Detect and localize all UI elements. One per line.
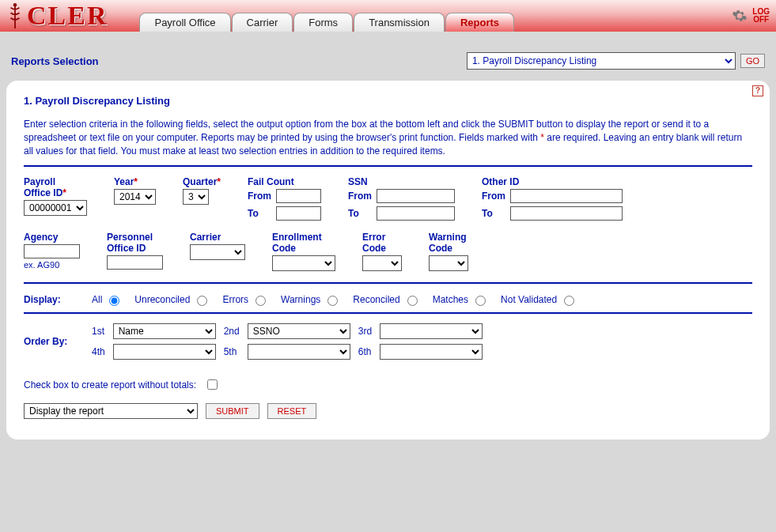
label-payroll-office-id: Payroll Office ID* [24,176,87,198]
display-opt-matches[interactable]: Matches [433,293,488,306]
tab-payroll-office[interactable]: Payroll Office [139,13,230,32]
caduceus-icon [6,2,24,29]
field-other-id: Other ID From To [482,176,623,221]
help-icon[interactable]: ? [752,85,763,96]
label-other-id: Other ID [482,176,623,187]
field-agency: Agency ex. AG90 [24,232,80,270]
warning-code-select[interactable] [429,255,468,271]
display-radio-warnings[interactable] [327,296,338,306]
reset-button[interactable]: RESET [267,403,317,419]
app-header: CLER Payroll Office Carrier Forms Transm… [0,0,776,32]
divider-mid1 [24,282,752,284]
display-radio-not-validated[interactable] [564,296,574,306]
orderby-3rd-label: 3rd [358,326,372,337]
display-row: Display: All Unreconciled Errors Warning… [24,293,752,306]
error-code-select[interactable] [362,255,402,271]
orderby-6th-label: 6th [358,346,372,357]
field-ssn: SSN From To [348,176,455,221]
fail-count-from-input[interactable] [276,189,321,203]
other-id-from-label: From [482,191,505,202]
orderby-2nd-select[interactable]: SSNO [248,323,350,339]
personnel-office-id-input[interactable] [107,255,163,270]
field-carrier: Carrier [190,232,245,260]
action-row: Display the report SUBMIT RESET [24,403,752,419]
logoff-line2: OFF [752,16,770,24]
criteria-row-1: Payroll Office ID* 00000001 Year* 2014 Q… [24,176,752,221]
orderby-3rd-select[interactable] [380,323,483,339]
label-enrollment-code: Enrollment Code [272,232,335,254]
quarter-select[interactable]: 3 [183,189,209,205]
ssn-to-input[interactable] [377,206,455,221]
logoff-button[interactable]: LOG OFF [752,8,770,24]
label-fail-count: Fail Count [248,176,321,187]
orderby-4th-label: 4th [92,346,105,357]
display-radio-errors[interactable] [256,296,266,306]
agency-hint: ex. AG90 [24,260,80,270]
page-title: Reports Selection [11,55,99,67]
label-warning-code: Warning Code [429,232,468,254]
ssn-from-input[interactable] [377,189,455,203]
criteria-row-2: Agency ex. AG90 Personnel Office ID Carr… [24,232,752,271]
enrollment-code-select[interactable] [272,255,335,271]
orderby-5th-label: 5th [224,346,240,357]
display-opt-reconciled[interactable]: Reconciled [353,293,419,306]
svg-point-0 [13,3,17,6]
orderby-1st-select[interactable]: Name [113,323,216,339]
ssn-from-label: From [348,191,372,202]
fail-count-to-input[interactable] [276,206,321,221]
fail-count-from-label: From [248,191,271,202]
totals-label: Check box to create report without total… [24,379,196,391]
year-select[interactable]: 2014 [114,189,156,205]
field-payroll-office-id: Payroll Office ID* 00000001 [24,176,87,216]
display-opt-errors[interactable]: Errors [222,293,268,306]
field-error-code: Error Code [362,232,402,271]
other-id-to-input[interactable] [510,206,623,221]
orderby-1st-label: 1st [92,326,105,337]
orderby-2nd-label: 2nd [224,326,240,337]
field-year: Year* 2014 [114,176,156,205]
logo-text: CLER [27,1,108,31]
display-opt-unreconciled[interactable]: Unreconciled [134,293,210,306]
ssn-to-label: To [348,208,372,219]
subheader: Reports Selection 1. Payroll Discrepancy… [0,32,776,81]
tab-transmission[interactable]: Transmission [354,13,445,32]
main-tabs: Payroll Office Carrier Forms Transmissio… [139,13,514,32]
other-id-from-input[interactable] [510,189,623,203]
totals-checkbox[interactable] [207,379,218,390]
go-button[interactable]: GO [740,54,765,68]
orderby-5th-select[interactable] [248,344,350,360]
carrier-select[interactable] [190,244,245,260]
display-label: Display: [24,294,79,305]
logoff-area: LOG OFF [732,8,770,24]
report-panel: ? 1. Payroll Discrepancy Listing Enter s… [6,81,770,440]
gear-icon[interactable] [732,8,748,24]
display-opt-not-validated[interactable]: Not Validated [501,293,577,306]
orderby-4th-select[interactable] [113,344,216,360]
output-option-select[interactable]: Display the report [24,403,198,419]
tab-forms[interactable]: Forms [293,13,353,32]
field-warning-code: Warning Code [429,232,468,271]
label-ssn: SSN [348,176,455,187]
divider-top [24,165,752,167]
display-radio-matches[interactable] [475,296,486,306]
orderby-row: Order By: 1st Name 2nd SSNO 3rd 4th 5th … [24,323,752,360]
label-personnel-office-id: Personnel Office ID [107,232,163,254]
payroll-office-id-select[interactable]: 00000001 [24,200,87,216]
app-logo: CLER [6,1,108,31]
submit-button[interactable]: SUBMIT [206,403,259,419]
orderby-label: Order By: [24,336,79,347]
other-id-to-label: To [482,208,505,219]
display-radio-all[interactable] [109,296,119,306]
display-opt-warnings[interactable]: Warnings [281,293,340,306]
display-radio-reconciled[interactable] [407,296,418,306]
instructions: Enter selection criteria in the followin… [24,118,752,157]
fail-count-to-label: To [248,208,271,219]
tab-carrier[interactable]: Carrier [232,13,293,32]
orderby-6th-select[interactable] [380,344,483,360]
report-select[interactable]: 1. Payroll Discrepancy Listing [467,52,736,70]
display-radio-unreconciled[interactable] [197,296,207,306]
display-opt-all[interactable]: All [92,293,122,306]
agency-input[interactable] [24,244,80,258]
field-enrollment-code: Enrollment Code [272,232,335,271]
tab-reports[interactable]: Reports [445,13,514,32]
